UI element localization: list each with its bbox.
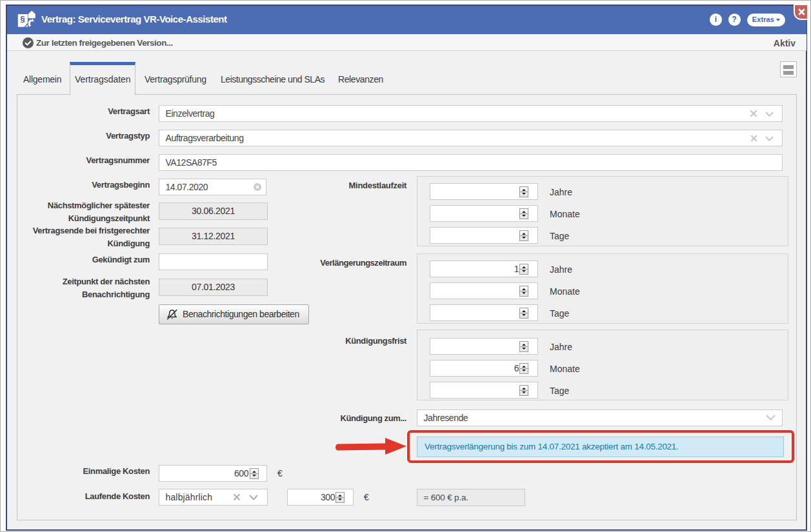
svg-text:§: § xyxy=(20,14,25,24)
